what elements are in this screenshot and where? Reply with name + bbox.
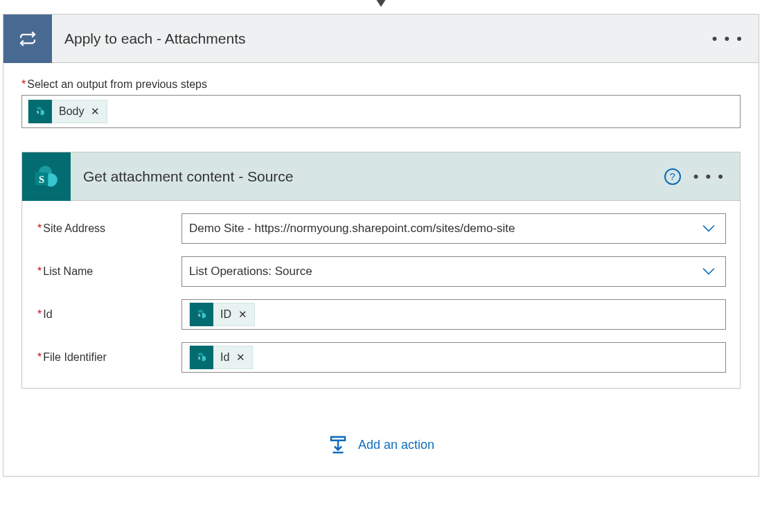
select-output-label-text: Select an output from previous steps — [27, 78, 207, 90]
apply-to-each-header[interactable]: Apply to each - Attachments • • • — [3, 15, 759, 63]
apply-to-each-card: Apply to each - Attachments • • • *Selec… — [3, 14, 759, 477]
id-label: *Id — [36, 308, 181, 321]
apply-to-each-title: Apply to each - Attachments — [52, 30, 712, 47]
insert-step-icon — [328, 434, 348, 455]
add-action-label: Add an action — [358, 438, 434, 452]
more-menu-button[interactable]: • • • — [712, 31, 743, 46]
get-attachment-content-body: *Site Address Demo Site - https://normyo… — [22, 201, 740, 388]
token-remove-button[interactable]: ✕ — [91, 105, 100, 118]
id-input[interactable]: S ID ✕ — [181, 299, 726, 330]
param-row-list-name: *List Name List Operations: Source — [36, 256, 726, 287]
chevron-down-icon — [702, 222, 716, 236]
site-address-dropdown[interactable]: Demo Site - https://normyoung.sharepoint… — [181, 213, 726, 244]
chevron-down-icon — [375, 0, 387, 7]
sharepoint-action-icon: S — [22, 152, 71, 201]
token-file-id-label: Id — [220, 351, 229, 364]
file-identifier-label: *File Identifier — [36, 351, 181, 364]
svg-rect-16 — [331, 437, 345, 441]
token-file-id[interactable]: S Id ✕ — [189, 346, 253, 369]
token-id[interactable]: S ID ✕ — [189, 303, 255, 326]
sharepoint-icon: S — [190, 303, 213, 326]
param-row-file-identifier: *File Identifier S — [36, 342, 726, 373]
get-attachment-content-card: S Get attachment content - Source ? • • … — [21, 152, 741, 389]
apply-to-each-body: *Select an output from previous steps S … — [3, 63, 759, 476]
select-output-input[interactable]: S Body ✕ — [21, 95, 741, 128]
token-id-label: ID — [220, 308, 231, 321]
help-button[interactable]: ? — [664, 168, 681, 185]
site-address-label: *Site Address — [36, 222, 181, 235]
token-body[interactable]: S Body ✕ — [28, 100, 107, 123]
list-name-value: List Operations: Source — [189, 265, 312, 278]
chevron-down-icon — [702, 265, 716, 279]
add-action-button[interactable]: Add an action — [21, 434, 741, 455]
token-remove-button[interactable]: ✕ — [236, 351, 245, 364]
inner-more-menu-button[interactable]: • • • — [693, 169, 725, 184]
svg-text:S: S — [39, 173, 44, 184]
token-remove-button[interactable]: ✕ — [238, 308, 247, 321]
flow-connector-top — [0, 0, 762, 11]
site-address-value: Demo Site - https://normyoung.sharepoint… — [189, 222, 515, 236]
get-attachment-content-title: Get attachment content - Source — [71, 168, 664, 185]
sharepoint-icon: S — [190, 346, 213, 369]
list-name-dropdown[interactable]: List Operations: Source — [181, 256, 726, 287]
select-output-label: *Select an output from previous steps — [21, 78, 741, 91]
param-row-site-address: *Site Address Demo Site - https://normyo… — [36, 213, 726, 244]
token-body-label: Body — [59, 105, 84, 118]
list-name-label: *List Name — [36, 265, 181, 278]
sharepoint-icon: S — [28, 100, 52, 123]
param-row-id: *Id S ID — [36, 299, 726, 330]
required-star: * — [21, 78, 26, 90]
get-attachment-content-header[interactable]: S Get attachment content - Source ? • • … — [22, 152, 740, 201]
loop-icon — [3, 15, 52, 63]
file-identifier-input[interactable]: S Id ✕ — [181, 342, 726, 373]
